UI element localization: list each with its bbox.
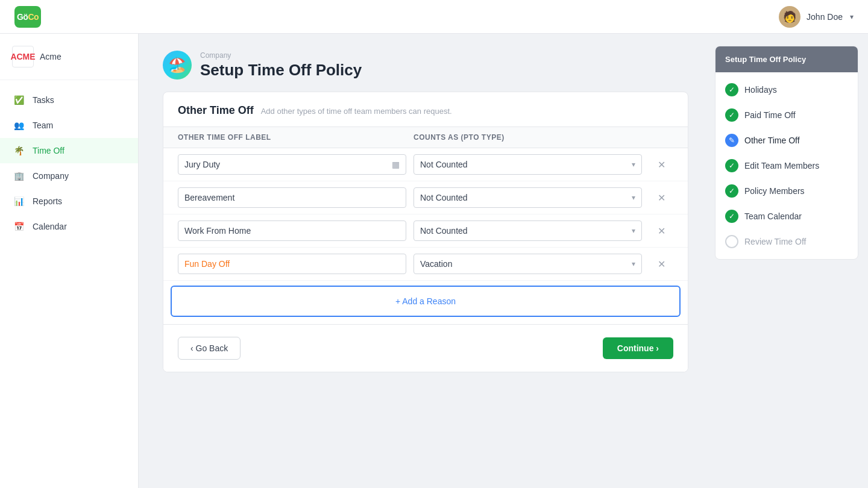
- wizard-title: Setup Time Off Policy: [715, 46, 858, 72]
- add-reason-label: + Add a Reason: [395, 296, 456, 306]
- work-from-home-input[interactable]: Work From Home: [178, 221, 406, 241]
- table-row: Bereavement Not Counted ▾ ✕: [163, 181, 688, 214]
- sidebar-item-team[interactable]: 👥 Team: [0, 113, 138, 138]
- team-icon: 👥: [12, 119, 25, 132]
- fun-day-off-label: Fun Day Off: [184, 259, 230, 269]
- bereavement-select[interactable]: Not Counted ▾: [414, 187, 642, 208]
- sidebar-item-calendar-label: Calendar: [33, 222, 67, 231]
- logo-co: Co: [28, 12, 39, 22]
- sidebar-item-reports-label: Reports: [33, 196, 62, 206]
- wizard-item-review-time-off[interactable]: Review Time Off: [715, 229, 858, 254]
- card-footer: ‹ Go Back Continue ›: [163, 324, 688, 372]
- wizard-items: ✓ Holidays ✓ Paid Time Off ✎ Other Time …: [715, 72, 858, 259]
- fun-day-off-input[interactable]: Fun Day Off: [178, 254, 406, 274]
- tasks-icon: ✅: [12, 93, 25, 107]
- logo-icon: GöCo: [14, 6, 41, 28]
- column-counts: Counts As (PTO Type): [414, 133, 649, 142]
- bereavement-label: Bereavement: [184, 193, 234, 202]
- main-content: 🏖️ Company Setup Time Off Policy Other T…: [139, 34, 705, 488]
- wizard-item-review-time-off-label: Review Time Off: [744, 237, 806, 246]
- sidebar-item-company[interactable]: 🏢 Company: [0, 163, 138, 189]
- wizard-item-team-calendar[interactable]: ✓ Team Calendar: [715, 204, 858, 229]
- fun-day-off-delete-button[interactable]: ✕: [649, 258, 673, 270]
- time-off-icon: 🌴: [12, 144, 25, 157]
- empty-circle-icon: [725, 235, 738, 248]
- jury-duty-input[interactable]: Jury Duty ▦: [178, 154, 406, 175]
- jury-duty-delete-button[interactable]: ✕: [649, 159, 673, 170]
- page-icon: 🏖️: [163, 51, 192, 80]
- company-info: ACME Acme: [0, 46, 138, 80]
- table-row: Fun Day Off Vacation ▾ ✕: [163, 248, 688, 281]
- chevron-down-icon: ▾: [850, 13, 854, 21]
- work-from-home-select[interactable]: Not Counted ▾: [414, 221, 642, 241]
- bereavement-counts-as: Not Counted: [420, 193, 468, 202]
- content-card: Other Time Off Add other types of time o…: [163, 92, 688, 372]
- wizard-item-edit-team-members[interactable]: ✓ Edit Team Members: [715, 153, 858, 178]
- sidebar-item-reports[interactable]: 📊 Reports: [0, 189, 138, 214]
- sidebar-item-tasks[interactable]: ✅ Tasks: [0, 87, 138, 113]
- fun-day-off-counts-as: Vacation: [420, 259, 452, 269]
- dropdown-arrow-icon: ▾: [632, 260, 635, 268]
- table-row: Jury Duty ▦ Not Counted ▾ ✕: [163, 148, 688, 181]
- company-icon: 🏢: [12, 169, 25, 183]
- check-icon: ✓: [725, 184, 738, 198]
- wizard-item-holidays-label: Holidays: [744, 85, 777, 95]
- wizard-sidebar: Setup Time Off Policy ✓ Holidays ✓ Paid …: [705, 34, 868, 488]
- page-layout: ACME Acme ✅ Tasks 👥 Team 🌴 Time Off 🏢 Co…: [0, 34, 868, 488]
- edit-icon: ▦: [392, 160, 400, 169]
- check-icon: ✓: [725, 210, 738, 223]
- check-icon: ✓: [725, 159, 738, 172]
- dropdown-arrow-icon: ▾: [632, 193, 635, 202]
- jury-duty-label: Jury Duty: [184, 160, 220, 169]
- go-back-button[interactable]: ‹ Go Back: [178, 337, 241, 360]
- wizard-item-paid-time-off-label: Paid Time Off: [744, 110, 796, 120]
- top-navigation: GöCo 🧑 John Doe ▾: [0, 0, 868, 34]
- reports-icon: 📊: [12, 195, 25, 208]
- page-header: 🏖️ Company Setup Time Off Policy: [163, 51, 688, 80]
- wizard-item-other-time-off-label: Other Time Off: [744, 136, 800, 145]
- jury-duty-counts-as: Not Counted: [420, 160, 468, 169]
- wizard-item-team-calendar-label: Team Calendar: [744, 211, 802, 221]
- card-subtitle: Add other types of time off team members…: [261, 107, 452, 116]
- sidebar-item-team-label: Team: [33, 120, 53, 130]
- continue-button[interactable]: Continue ›: [603, 337, 673, 359]
- sidebar-item-tasks-label: Tasks: [33, 95, 54, 105]
- wizard-item-policy-members[interactable]: ✓ Policy Members: [715, 178, 858, 204]
- work-from-home-delete-button[interactable]: ✕: [649, 225, 673, 237]
- sidebar-item-time-off[interactable]: 🌴 Time Off: [0, 138, 138, 163]
- table-header: Other Time Off Label Counts As (PTO Type…: [163, 127, 688, 148]
- company-name: Acme: [40, 52, 61, 61]
- wizard-card: Setup Time Off Policy ✓ Holidays ✓ Paid …: [715, 46, 858, 260]
- sidebar-item-calendar[interactable]: 📅 Calendar: [0, 214, 138, 239]
- card-header: Other Time Off Add other types of time o…: [163, 92, 688, 127]
- current-icon: ✎: [725, 134, 738, 147]
- logo[interactable]: GöCo: [14, 6, 41, 28]
- company-logo: ACME: [12, 46, 34, 67]
- sidebar: ACME Acme ✅ Tasks 👥 Team 🌴 Time Off 🏢 Co…: [0, 34, 139, 488]
- breadcrumb: Company: [200, 51, 362, 60]
- dropdown-arrow-icon: ▾: [632, 227, 635, 235]
- wizard-item-holidays[interactable]: ✓ Holidays: [715, 77, 858, 102]
- user-avatar: 🧑: [779, 6, 800, 28]
- check-icon: ✓: [725, 83, 738, 96]
- column-label: Other Time Off Label: [178, 133, 414, 142]
- card-title: Other Time Off: [178, 104, 254, 117]
- dropdown-arrow-icon: ▾: [632, 160, 635, 169]
- work-from-home-counts-as: Not Counted: [420, 226, 468, 236]
- wizard-item-edit-team-members-label: Edit Team Members: [744, 161, 819, 170]
- add-reason-button[interactable]: + Add a Reason: [171, 286, 681, 317]
- nav-items: ✅ Tasks 👥 Team 🌴 Time Off 🏢 Company 📊 Re…: [0, 87, 138, 239]
- table-row: Work From Home Not Counted ▾ ✕: [163, 214, 688, 248]
- calendar-icon: 📅: [12, 220, 25, 233]
- wizard-item-policy-members-label: Policy Members: [744, 186, 805, 196]
- sidebar-item-time-off-label: Time Off: [33, 146, 64, 155]
- bereavement-delete-button[interactable]: ✕: [649, 192, 673, 204]
- user-name: John Doe: [807, 12, 843, 22]
- bereavement-input[interactable]: Bereavement: [178, 187, 406, 208]
- user-menu[interactable]: 🧑 John Doe ▾: [779, 6, 854, 28]
- fun-day-off-select[interactable]: Vacation ▾: [414, 254, 642, 274]
- wizard-item-other-time-off[interactable]: ✎ Other Time Off: [715, 128, 858, 153]
- jury-duty-select[interactable]: Not Counted ▾: [414, 154, 642, 175]
- page-title-block: Company Setup Time Off Policy: [200, 51, 362, 80]
- wizard-item-paid-time-off[interactable]: ✓ Paid Time Off: [715, 102, 858, 128]
